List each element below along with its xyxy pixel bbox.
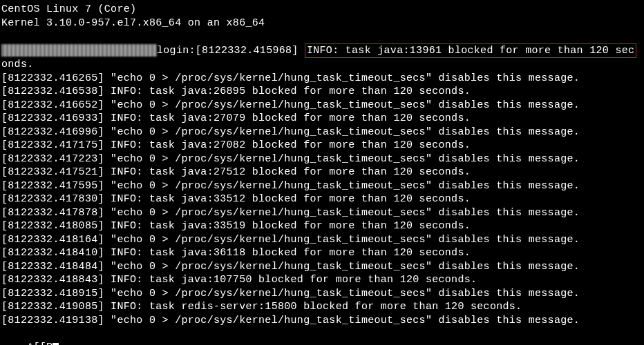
log-line: [8122332.416652] "echo 0 > /proc/sys/ker… (1, 99, 643, 112)
log-line: [8122332.417521] INFO: task java:27512 b… (1, 166, 643, 179)
log-line: [8122332.418484] "echo 0 > /proc/sys/ker… (1, 260, 643, 274)
os-name-line: CentOS Linux 7 (Core) (1, 3, 643, 17)
log-line: [8122332.416933] INFO: task java:27079 b… (1, 112, 643, 126)
log-lines-container: [8122332.416265] "echo 0 > /proc/sys/ker… (1, 72, 643, 328)
highlighted-hung-task: INFO: task java:13961 blocked for more t… (305, 43, 636, 59)
log-line: [8122332.416538] INFO: task java:26895 b… (1, 85, 643, 99)
log-line: [8122332.417878] "echo 0 > /proc/sys/ker… (1, 206, 643, 220)
login-label[interactable]: login: (157, 44, 196, 58)
input-line[interactable]: ^[[P (1, 327, 643, 345)
wrapped-line: onds. (1, 58, 643, 72)
log-line: [8122332.417175] INFO: task java:27082 b… (1, 139, 643, 152)
log-line: [8122332.418915] "echo 0 > /proc/sys/ker… (1, 287, 643, 301)
log-line: [8122332.417830] INFO: task java:33512 b… (1, 193, 643, 206)
log-line: [8122332.418164] "echo 0 > /proc/sys/ker… (1, 233, 643, 247)
log-line: [8122332.416996] "echo 0 > /proc/sys/ker… (1, 126, 643, 139)
log-line: [8122332.418085] INFO: task java:33519 b… (1, 219, 643, 233)
input-text: ^[[P (27, 342, 53, 346)
log-line: [8122332.417223] "echo 0 > /proc/sys/ker… (1, 152, 643, 166)
blank-line (1, 30, 643, 43)
log-line: [8122332.417595] "echo 0 > /proc/sys/ker… (1, 179, 643, 193)
log-line: [8122332.419085] INFO: task redis-server… (1, 300, 643, 314)
log-line: [8122332.418410] INFO: task java:36118 b… (1, 246, 643, 260)
login-line: login: [8122332.415968] INFO: task java:… (1, 43, 643, 59)
log-line: [8122332.419138] "echo 0 > /proc/sys/ker… (1, 314, 643, 328)
kernel-line: Kernel 3.10.0-957.el7.x86_64 on an x86_6… (1, 17, 643, 30)
log-line: [8122332.418843] INFO: task java:107750 … (1, 273, 643, 287)
log-line: [8122332.416265] "echo 0 > /proc/sys/ker… (1, 72, 643, 86)
terminal-output: CentOS Linux 7 (Core) Kernel 3.10.0-957.… (1, 3, 643, 345)
hostname-censored (1, 44, 157, 57)
kernel-timestamp: [8122332.415968] (196, 44, 299, 58)
